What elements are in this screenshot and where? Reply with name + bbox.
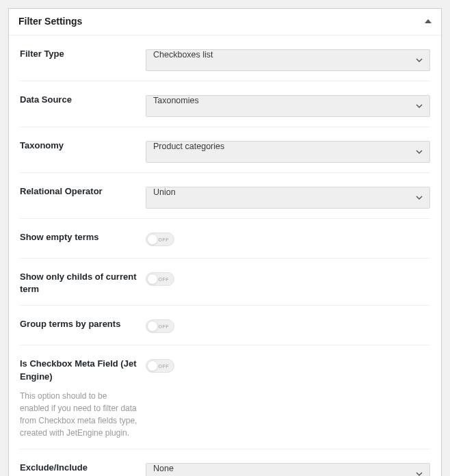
filter-settings-panel: Filter Settings Filter Type Checkboxes l… [8,8,442,476]
toggle-knob [147,234,158,245]
control-group-by-parents: OFF [146,318,430,335]
control-exclude-include: None [146,462,430,476]
label-show-only-childs: Show only childs of current term [20,271,146,295]
select-filter-type-value: Checkboxes list [146,49,430,71]
control-data-source: Taxonomies [146,94,430,117]
control-show-only-childs: OFF [146,271,430,288]
toggle-state-text: OFF [159,364,170,369]
label-taxonomy: Taxonomy [20,140,146,152]
row-data-source: Data Source Taxonomies [20,81,430,127]
select-exclude-include-value: None [146,463,430,476]
toggle-knob [147,360,158,371]
label-filter-type: Filter Type [20,48,146,60]
row-show-empty-terms: Show empty terms OFF [20,219,430,259]
desc-is-checkbox-meta: This option should to be enabled if you … [20,390,137,439]
label-exclude-include: Exclude/Include [20,462,146,474]
label-relational-operator: Relational Operator [20,185,146,198]
toggle-state-text: OFF [159,277,170,282]
control-relational-operator: Union [146,185,430,209]
control-taxonomy: Product categories [146,140,430,163]
row-taxonomy: Taxonomy Product categories [20,127,430,173]
label-show-empty-terms: Show empty terms [20,231,146,243]
collapse-icon [425,19,432,23]
toggle-group-by-parents[interactable]: OFF [146,319,174,333]
label-is-checkbox-meta: Is Checkbox Meta Field (Jet Engine) This… [20,358,146,438]
select-relational-operator-value: Union [146,187,430,209]
select-relational-operator[interactable]: Union [146,187,430,209]
label-is-checkbox-meta-text: Is Checkbox Meta Field (Jet Engine) [20,358,137,381]
select-data-source-value: Taxonomies [146,95,430,117]
panel-header[interactable]: Filter Settings [9,9,441,36]
toggle-knob [147,321,158,332]
row-exclude-include: Exclude/Include None [20,449,430,476]
control-show-empty-terms: OFF [146,231,430,248]
row-show-only-childs: Show only childs of current term OFF [20,259,430,306]
label-data-source: Data Source [20,94,146,106]
select-taxonomy-value: Product categories [146,141,430,163]
toggle-state-text: OFF [159,324,170,329]
toggle-show-only-childs[interactable]: OFF [146,272,174,286]
select-filter-type[interactable]: Checkboxes list [146,49,430,71]
toggle-show-empty-terms[interactable]: OFF [146,233,174,246]
toggle-knob [147,274,158,285]
row-group-by-parents: Group terms by parents OFF [20,306,430,345]
select-exclude-include[interactable]: None [146,463,430,476]
row-filter-type: Filter Type Checkboxes list [20,36,430,81]
row-relational-operator: Relational Operator Union [20,173,430,219]
panel-title: Filter Settings [18,16,82,27]
toggle-is-checkbox-meta[interactable]: OFF [146,359,174,373]
panel-body: Filter Type Checkboxes list Data Source … [9,36,441,476]
control-is-checkbox-meta: OFF [146,358,430,375]
row-is-checkbox-meta: Is Checkbox Meta Field (Jet Engine) This… [20,345,430,449]
control-filter-type: Checkboxes list [146,48,430,71]
select-taxonomy[interactable]: Product categories [146,141,430,163]
select-data-source[interactable]: Taxonomies [146,95,430,117]
label-group-by-parents: Group terms by parents [20,318,146,330]
toggle-state-text: OFF [159,237,170,242]
